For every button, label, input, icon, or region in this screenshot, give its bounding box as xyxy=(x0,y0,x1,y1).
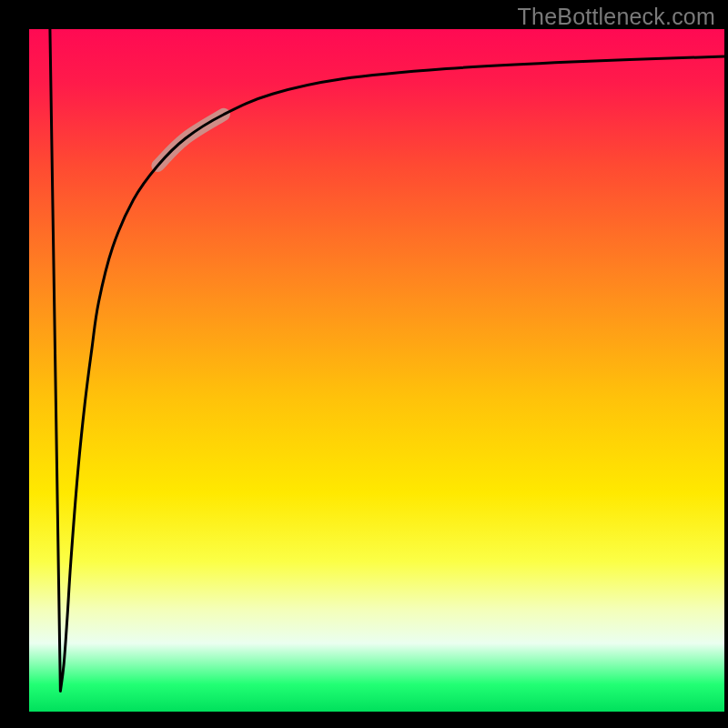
plot-background xyxy=(29,29,724,712)
watermark-text: TheBottleneck.com xyxy=(518,4,715,30)
bottom-border xyxy=(0,712,728,728)
bottleneck-chart xyxy=(0,0,728,728)
chart-container: TheBottleneck.com xyxy=(0,0,728,728)
left-border xyxy=(0,0,29,728)
